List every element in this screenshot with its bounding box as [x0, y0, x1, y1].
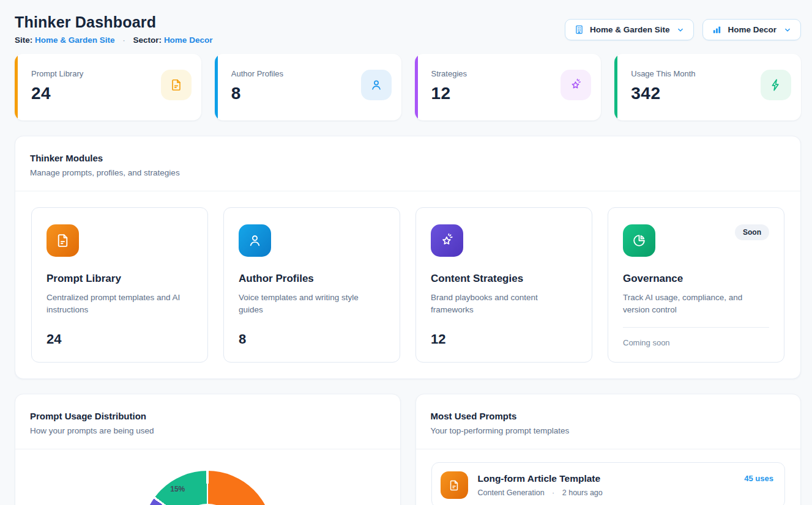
stat-text: Usage This Month 342 — [631, 69, 695, 120]
stats-row: Prompt Library 24 Author Profiles 8 Stra… — [15, 54, 801, 120]
prompt-title: Long-form Article Template — [478, 473, 735, 484]
breadcrumb: Site: Home & Garden Site · Sector: Home … — [15, 35, 212, 45]
prompt-time: 2 hours ago — [562, 488, 603, 497]
building-icon — [574, 24, 584, 35]
document-icon — [441, 471, 468, 499]
header: Thinker Dashboard Site: Home & Garden Si… — [15, 13, 801, 45]
stat-text: Author Profiles 8 — [231, 69, 283, 120]
modules-grid: Prompt Library Centralized prompt templa… — [15, 191, 800, 378]
modules-subtitle: Manage prompts, profiles, and strategies — [30, 168, 786, 177]
sector-label: Sector: — [133, 35, 162, 45]
stat-card-prompt-library: Prompt Library 24 — [15, 54, 201, 120]
stat-label: Author Profiles — [231, 69, 283, 78]
chevron-down-icon — [783, 26, 792, 34]
bar-chart-icon — [712, 24, 722, 35]
modules-title: Thinker Modules — [30, 153, 786, 163]
module-title: Content Strategies — [431, 273, 577, 285]
modules-panel-header: Thinker Modules Manage prompts, profiles… — [15, 136, 800, 191]
usage-card-title: Prompt Usage Distribution — [30, 411, 386, 421]
module-count: 12 — [431, 331, 577, 347]
lightning-icon — [761, 70, 791, 100]
sparkle-star-icon — [431, 224, 463, 257]
prompt-info: Long-form Article Template Content Gener… — [478, 473, 735, 497]
stat-text: Prompt Library 24 — [31, 69, 83, 120]
sector-selector-label: Home Decor — [728, 25, 777, 34]
module-card-content-strategies[interactable]: Content Strategies Brand playbooks and c… — [415, 207, 592, 363]
prompt-list: Long-form Article Template Content Gener… — [416, 449, 801, 505]
most-used-prompts-card: Most Used Prompts Your top-performing pr… — [415, 394, 802, 505]
user-icon — [361, 70, 392, 100]
meta-separator: · — [552, 488, 554, 497]
prompt-meta: Content Generation · 2 hours ago — [478, 488, 735, 497]
module-count: 24 — [47, 331, 193, 347]
bottom-row: Prompt Usage Distribution How your promp… — [15, 394, 801, 505]
stat-text: Strategies 12 — [431, 69, 467, 120]
stat-card-author-profiles: Author Profiles 8 — [215, 54, 401, 120]
pie-chart-icon — [623, 224, 655, 257]
module-title: Author Profiles — [239, 273, 385, 285]
site-link[interactable]: Home & Garden Site — [35, 35, 115, 45]
module-count: 8 — [239, 331, 385, 347]
module-title: Prompt Library — [47, 273, 193, 285]
module-description: Track AI usage, compliance, and version … — [623, 292, 767, 317]
stat-label: Prompt Library — [31, 69, 83, 78]
donut-slice-label: 15% — [170, 485, 185, 493]
module-head: Soon — [623, 224, 769, 257]
sector-selector-dropdown[interactable]: Home Decor — [702, 19, 801, 40]
page-title: Thinker Dashboard — [15, 13, 212, 31]
module-title: Governance — [623, 273, 769, 285]
modules-panel: Thinker Modules Manage prompts, profiles… — [15, 136, 801, 379]
prompts-card-header: Most Used Prompts Your top-performing pr… — [416, 394, 801, 449]
prompt-category: Content Generation — [478, 488, 545, 497]
stat-label: Strategies — [431, 69, 467, 78]
stat-value: 24 — [31, 84, 83, 103]
module-head — [47, 224, 193, 257]
header-left: Thinker Dashboard Site: Home & Garden Si… — [15, 13, 212, 45]
user-icon — [239, 224, 271, 257]
module-head — [431, 224, 577, 257]
stat-value: 8 — [231, 84, 283, 103]
donut-chart-area: 15% — [15, 449, 400, 505]
header-selectors: Home & Garden Site Home Decor — [565, 19, 801, 40]
sector-link[interactable]: Home Decor — [164, 35, 213, 45]
breadcrumb-separator: · — [122, 35, 125, 45]
dashboard-page: Thinker Dashboard Site: Home & Garden Si… — [0, 0, 812, 505]
prompt-uses-badge: 45 uses — [744, 474, 773, 483]
module-description: Brand playbooks and content frameworks — [431, 292, 575, 317]
site-selector-label: Home & Garden Site — [590, 25, 670, 34]
stat-card-usage: Usage This Month 342 — [614, 54, 801, 120]
module-card-author-profiles[interactable]: Author Profiles Voice templates and writ… — [223, 207, 400, 363]
document-icon — [47, 224, 79, 257]
divider — [623, 327, 769, 328]
module-head — [239, 224, 385, 257]
donut-chart: 15% — [142, 471, 273, 505]
module-card-governance[interactable]: Soon Governance Track AI usage, complian… — [608, 207, 784, 363]
usage-card-subtitle: How your prompts are being used — [30, 426, 386, 435]
stat-value: 12 — [431, 84, 467, 103]
stat-card-strategies: Strategies 12 — [415, 54, 602, 120]
site-label: Site: — [15, 35, 32, 45]
site-selector-dropdown[interactable]: Home & Garden Site — [565, 19, 695, 40]
module-card-prompt-library[interactable]: Prompt Library Centralized prompt templa… — [31, 207, 208, 363]
prompts-card-title: Most Used Prompts — [431, 411, 786, 421]
prompt-list-item[interactable]: Long-form Article Template Content Gener… — [431, 462, 786, 505]
module-description: Centralized prompt templates and AI inst… — [47, 292, 190, 317]
sparkle-star-icon — [561, 70, 591, 100]
stat-value: 342 — [631, 84, 695, 103]
soon-badge: Soon — [735, 224, 769, 240]
prompts-card-subtitle: Your top-performing prompt templates — [431, 426, 786, 435]
chevron-down-icon — [676, 26, 685, 34]
usage-distribution-card: Prompt Usage Distribution How your promp… — [15, 394, 401, 505]
module-description: Voice templates and writing style guides — [239, 292, 382, 317]
coming-soon-text: Coming soon — [623, 338, 769, 347]
document-icon — [161, 70, 192, 100]
stat-label: Usage This Month — [631, 69, 695, 78]
usage-card-header: Prompt Usage Distribution How your promp… — [15, 394, 400, 449]
